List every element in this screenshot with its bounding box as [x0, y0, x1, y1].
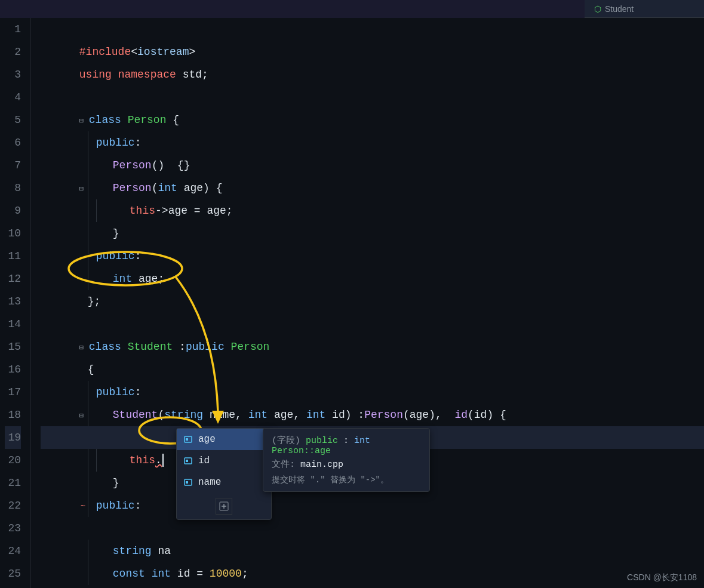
breadcrumb-text: Student — [605, 4, 634, 14]
tooltip-class: Person::age — [272, 446, 331, 456]
field-icon-id — [183, 455, 193, 466]
code-line-9: } — [41, 199, 704, 222]
code-area[interactable]: #include<iostream> using namespace std; … — [31, 18, 704, 588]
autocomplete-item-id[interactable]: id — [177, 450, 271, 472]
code-line-5: public: — [41, 109, 704, 131]
code-line-14: ⊟class Student :public Person — [41, 313, 704, 335]
code-line-22 — [41, 494, 704, 517]
code-line-13 — [41, 290, 704, 313]
code-line-15: { — [41, 335, 704, 358]
code-line-18: this->name = name; — [41, 404, 704, 426]
code-line-17: ⊟ Student(string name, int age, int id) … — [41, 381, 704, 404]
code-line-8: this->age = age; — [41, 177, 704, 199]
watermark: CSDN @长安1108 — [627, 572, 697, 583]
autocomplete-label-age: age — [198, 434, 216, 445]
field-icon-age — [183, 434, 193, 445]
code-line-4: ⊟class Person { — [41, 86, 704, 109]
tooltip-field-label: (字段) — [272, 436, 300, 446]
field-icon-name — [183, 477, 193, 488]
code-line-3 — [41, 63, 704, 86]
autocomplete-popup[interactable]: age id name — [176, 428, 272, 520]
code-line-6: Person() {} — [41, 131, 704, 154]
tooltip-hint: 提交时将 "." 替换为 "->"。 — [272, 475, 421, 485]
autocomplete-item-age[interactable]: age — [177, 429, 271, 450]
code-line-11: int age; — [41, 245, 704, 267]
expand-icon[interactable] — [216, 498, 232, 515]
autocomplete-label-id: id — [198, 455, 210, 466]
svg-rect-5 — [186, 481, 188, 484]
code-line-7: ⊟ Person(int age) { — [41, 154, 704, 177]
code-line-16: public: — [41, 358, 704, 381]
tooltip-access: public — [306, 436, 338, 446]
svg-rect-1 — [186, 438, 188, 441]
tooltip-type: int — [354, 436, 370, 446]
tooltip-filename: main.cpp — [300, 460, 343, 470]
breadcrumb-icon: ⬡ — [594, 4, 601, 14]
svg-rect-3 — [186, 460, 188, 462]
code-line-10: public: — [41, 222, 704, 245]
tooltip-colon: : — [343, 436, 354, 446]
code-line-1: #include<iostream> — [41, 18, 704, 41]
autocomplete-label-name: name — [198, 477, 221, 488]
line-numbers: 1 2 3 4 5 6 7 8 9 10 11 12 13 14 15 16 1… — [0, 18, 31, 588]
tooltip-file-info: 文件: main.cpp — [272, 458, 421, 470]
code-line-2: using namespace std; — [41, 41, 704, 63]
code-line-12: }; — [41, 267, 704, 290]
autocomplete-item-name[interactable]: name — [177, 472, 271, 493]
code-line-25: }; — [41, 562, 704, 585]
tooltip-file-label: 文件: — [272, 460, 295, 470]
tooltip-field-info: (字段) public : int Person::age — [272, 435, 421, 456]
code-line-24: const int id = 10000; — [41, 540, 704, 562]
code-line-23: string na — [41, 517, 704, 540]
tooltip-popup: (字段) public : int Person::age 文件: main.c… — [263, 428, 430, 492]
